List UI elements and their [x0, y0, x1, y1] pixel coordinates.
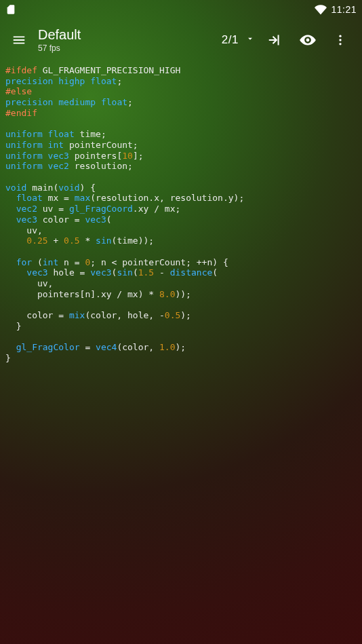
- hamburger-menu-button[interactable]: [5, 26, 33, 54]
- run-preview-button[interactable]: [291, 24, 324, 56]
- code-editor[interactable]: #ifdef GL_FRAGMENT_PRECISION_HIGH precis…: [0, 61, 362, 369]
- title-block: Default 57 fps: [38, 27, 81, 53]
- texture-counter: 2/1: [222, 33, 239, 47]
- svg-point-1: [339, 35, 341, 37]
- texture-selector[interactable]: 2/1: [218, 33, 259, 47]
- overflow-menu-button[interactable]: [324, 24, 357, 56]
- svg-point-0: [306, 39, 310, 42]
- shader-title: Default: [38, 27, 81, 43]
- tab-indent-button[interactable]: [259, 24, 291, 56]
- svg-point-3: [339, 43, 341, 45]
- clock: 11:21: [331, 4, 357, 15]
- status-bar: 11:21: [0, 0, 362, 19]
- wifi-icon: [315, 3, 327, 16]
- app-toolbar: Default 57 fps 2/1: [0, 19, 362, 61]
- fps-subtitle: 57 fps: [38, 43, 81, 53]
- svg-point-2: [339, 39, 341, 41]
- sdcard-icon: [5, 4, 16, 15]
- dropdown-icon: [245, 34, 255, 46]
